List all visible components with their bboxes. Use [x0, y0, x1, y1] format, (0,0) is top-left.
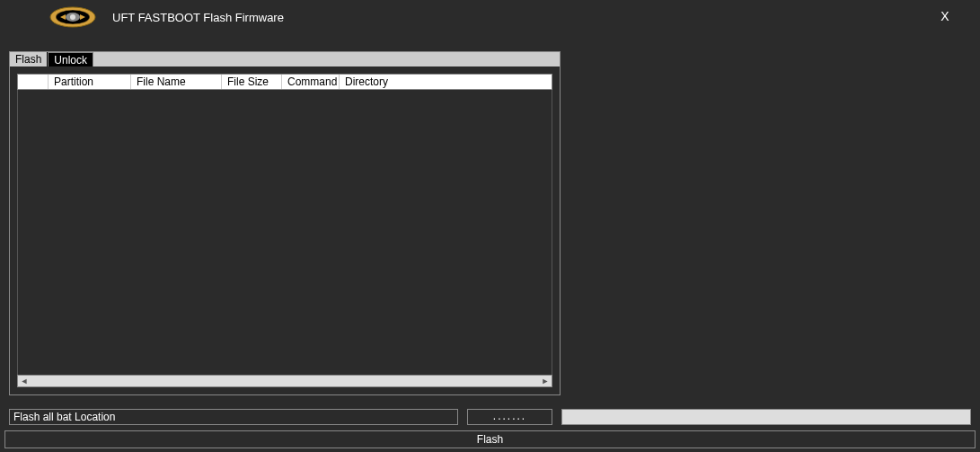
column-filesize[interactable]: File Size — [222, 75, 282, 89]
tab-bar: Flash Unlock — [10, 52, 560, 66]
location-input[interactable]: Flash all bat Location — [9, 409, 458, 425]
scroll-right-icon[interactable]: ► — [539, 376, 552, 386]
app-title: UFT FASTBOOT Flash Firmware — [112, 11, 284, 24]
column-directory[interactable]: Directory — [340, 75, 552, 89]
column-partition[interactable]: Partition — [49, 75, 131, 89]
column-command[interactable]: Command — [282, 75, 340, 89]
tabs-filler — [93, 52, 560, 66]
table-container: Partition File Name File Size Command Di… — [10, 66, 560, 394]
app-logo-icon — [49, 6, 96, 28]
svg-point-3 — [70, 14, 75, 20]
table-header: Partition File Name File Size Command Di… — [17, 74, 552, 90]
scroll-left-icon[interactable]: ◄ — [18, 376, 31, 386]
titlebar: UFT FASTBOOT Flash Firmware X — [0, 0, 980, 34]
browse-button[interactable]: ....... — [467, 409, 552, 425]
bottom-row: Flash all bat Location ....... — [9, 409, 971, 427]
column-filename[interactable]: File Name — [131, 75, 222, 89]
tab-flash[interactable]: Flash — [10, 52, 48, 66]
horizontal-scrollbar[interactable]: ◄ ► — [17, 375, 552, 387]
column-checkbox[interactable] — [18, 75, 49, 89]
flash-button[interactable]: Flash — [4, 430, 976, 448]
progress-bar — [561, 409, 971, 425]
main-panel: Flash Unlock Partition File Name File Si… — [9, 51, 561, 395]
table-body — [17, 90, 552, 375]
tab-unlock[interactable]: Unlock — [48, 52, 93, 66]
close-button[interactable]: X — [937, 9, 953, 25]
